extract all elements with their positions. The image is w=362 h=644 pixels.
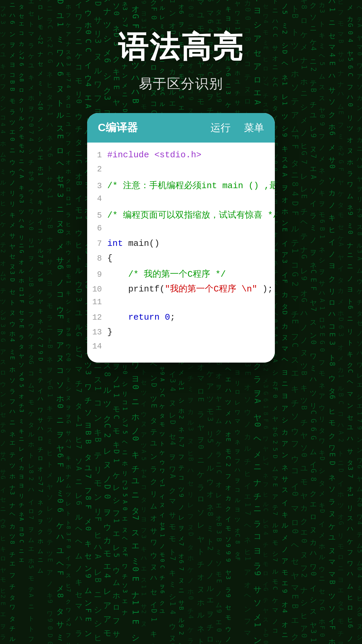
code-token: }: [107, 327, 113, 337]
line-content: int main(): [107, 238, 275, 249]
line-content: /* 我的第一个C程序 */: [107, 268, 275, 280]
line-number: 7: [87, 239, 107, 248]
editor-card: C编译器 运行 菜单 1#include <stdio.h>23/* 注意：手机…: [87, 113, 275, 363]
code-line: 4: [87, 194, 275, 208]
line-number: 4: [87, 194, 107, 203]
line-content: /* 编程页面可以双指缩放，试试有惊喜 */: [107, 209, 275, 221]
code-line: 3/* 注意：手机编程必须int main () ,最后re: [87, 179, 275, 194]
editor-actions: 运行 菜单: [210, 121, 264, 135]
code-token: /* 编程页面可以双指缩放，试试有惊喜 */: [107, 210, 275, 220]
page-subtitle: 易于区分识别: [139, 74, 223, 93]
menu-button[interactable]: 菜单: [244, 121, 264, 135]
page-content: 语法高亮 易于区分识别 C编译器 运行 菜单 1#include <stdio.…: [0, 0, 362, 363]
code-token: int: [107, 238, 123, 249]
code-line: 7int main(): [87, 238, 275, 253]
code-token: printf(: [107, 284, 165, 294]
line-number: 1: [87, 151, 107, 160]
code-token: );: [257, 284, 273, 294]
code-token: return: [107, 312, 165, 322]
line-number: 10: [87, 285, 107, 294]
line-number: 9: [87, 270, 107, 279]
code-token: main(): [123, 238, 160, 249]
line-number: 14: [87, 342, 107, 351]
code-token: 0: [165, 312, 170, 322]
page-title: 语法高亮: [118, 27, 244, 68]
line-content: #include <stdio.h>: [107, 150, 275, 160]
editor-header: C编译器 运行 菜单: [87, 113, 275, 143]
code-line: 1#include <stdio.h>: [87, 149, 275, 164]
line-number: 2: [87, 165, 107, 174]
line-content: /* 注意：手机编程必须int main () ,最后re: [107, 179, 275, 191]
line-number: 8: [87, 254, 107, 263]
editor-app-name: C编译器: [98, 120, 138, 135]
code-token: /* 我的第一个C程序 */: [107, 269, 226, 279]
code-line: 6: [87, 223, 275, 238]
code-line: 14: [87, 341, 275, 356]
code-token: ;: [170, 312, 175, 322]
code-line: 10 printf("我的第一个C程序 \n" );: [87, 282, 275, 297]
code-line: 13}: [87, 326, 275, 341]
line-number: 13: [87, 328, 107, 337]
code-line: 8{: [87, 253, 275, 267]
line-number: 6: [87, 224, 107, 233]
line-content: {: [107, 253, 275, 263]
code-line: 9 /* 我的第一个C程序 */: [87, 267, 275, 282]
code-token: #include <stdio.h>: [107, 150, 201, 160]
code-line: 2: [87, 164, 275, 179]
line-number: 5: [87, 211, 107, 220]
code-token: {: [107, 253, 113, 263]
code-token: "我的第一个C程序 \n": [165, 284, 257, 294]
code-token: /* 注意：手机编程必须int main () ,最后re: [107, 181, 275, 191]
run-button[interactable]: 运行: [210, 121, 231, 135]
code-line: 11: [87, 297, 275, 312]
line-number: 11: [87, 298, 107, 307]
code-line: 5/* 编程页面可以双指缩放，试试有惊喜 */: [87, 208, 275, 223]
line-number: 3: [87, 181, 107, 191]
line-content: return 0;: [107, 312, 275, 322]
line-content: }: [107, 327, 275, 337]
line-content: printf("我的第一个C程序 \n" );: [107, 283, 275, 294]
code-line: 12 return 0;: [87, 312, 275, 326]
line-number: 12: [87, 313, 107, 322]
code-editor[interactable]: 1#include <stdio.h>23/* 注意：手机编程必须int mai…: [87, 143, 275, 363]
